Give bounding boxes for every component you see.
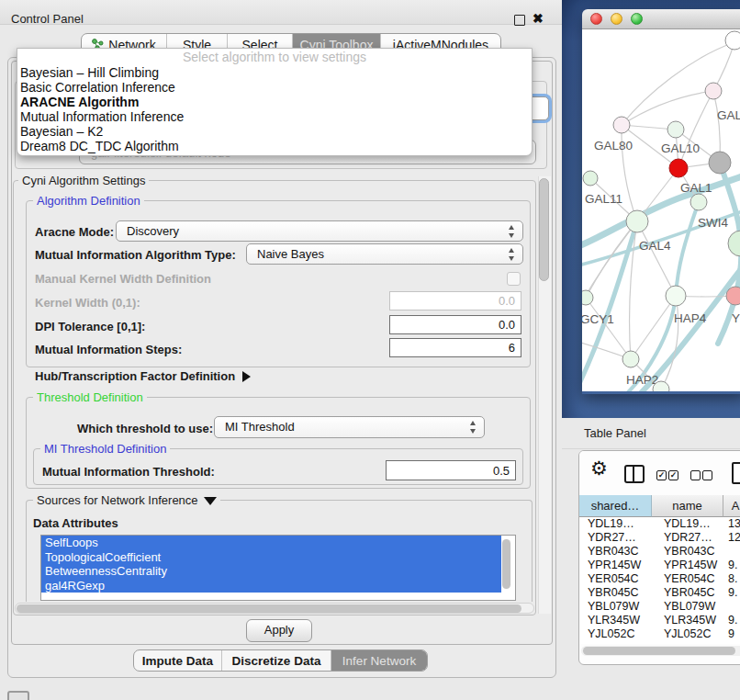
table-cell[interactable]: 8.	[723, 572, 740, 586]
table-cell[interactable]: 9.	[723, 559, 740, 572]
table-cell[interactable]: 9	[723, 627, 740, 641]
tab-infer-network-label: Infer Network	[342, 654, 416, 668]
column-header-next[interactable]: A	[723, 495, 740, 517]
list-item[interactable]: BetweennessCentrality	[41, 564, 501, 579]
settings-vscrollbar-thumb[interactable]	[539, 178, 549, 281]
network-node[interactable]	[582, 290, 593, 305]
network-node[interactable]	[705, 83, 722, 99]
dropdown-item[interactable]: ARACNE Algorithm	[17, 95, 532, 109]
manual-kernel-checkbox[interactable]	[507, 272, 521, 286]
table-cell[interactable]: YDR27…	[652, 531, 723, 545]
network-node[interactable]	[613, 117, 630, 133]
dropdown-item[interactable]: Bayesian – K2	[17, 124, 532, 139]
dropdown-item[interactable]: Bayesian – Hill Climbing	[17, 65, 532, 80]
document-icon[interactable]	[732, 462, 740, 484]
table-cell[interactable]: YJL052C	[579, 627, 652, 641]
deselect-all-icon[interactable]	[690, 470, 701, 480]
apply-button[interactable]: Apply	[246, 619, 312, 642]
network-node[interactable]	[583, 171, 598, 186]
table-cell[interactable]: YPR145W	[579, 559, 652, 572]
network-view-canvas[interactable]: GALGAL80GAL10GAL1GAL11SWI4GAL4HAP4YGCY1H…	[582, 29, 740, 391]
table-cell[interactable]: YBR045C	[652, 586, 723, 600]
float-panel-icon[interactable]	[514, 15, 525, 26]
network-node[interactable]	[690, 194, 707, 210]
list-item[interactable]: gal4RGexp	[41, 579, 501, 593]
mi-type-combo[interactable]: Naive Bayes	[246, 243, 523, 265]
list-item[interactable]: TopologicalCoefficient	[41, 550, 501, 565]
hub-definition-toggle[interactable]: Hub/Transcription Factor Definition	[35, 369, 251, 383]
network-node[interactable]	[626, 210, 648, 232]
kernel-width-input[interactable]: 0.0	[389, 291, 521, 310]
close-icon[interactable]: ✖	[533, 10, 544, 27]
sources-title-wrap[interactable]: Sources for Network Inference	[33, 493, 220, 507]
close-traffic-light[interactable]	[590, 13, 602, 25]
which-threshold-combo[interactable]: MI Threshold	[214, 416, 485, 438]
column-header-name[interactable]: name	[652, 495, 723, 517]
table-cell[interactable]: YDL19…	[579, 517, 652, 531]
table-cell[interactable]	[723, 600, 740, 614]
table-cell[interactable]: YLR345W	[579, 614, 652, 627]
settings-hscrollbar-thumb[interactable]	[17, 604, 521, 613]
data-attributes-list[interactable]: SelfLoopsTopologicalCoefficientBetweenne…	[40, 535, 516, 601]
deselect-all-icon[interactable]	[702, 470, 712, 480]
network-node[interactable]	[622, 351, 639, 367]
table-row[interactable]: YJL052CYJL052C9	[579, 627, 740, 641]
table-row[interactable]: YER054CYER054C8.	[579, 572, 740, 586]
select-all-icon[interactable]: ✓	[656, 470, 667, 480]
network-node[interactable]	[725, 31, 740, 50]
table-cell[interactable]: YBL079W	[579, 600, 652, 614]
dropdown-item[interactable]: Mutual Information Inference	[17, 109, 532, 124]
network-node[interactable]	[667, 121, 684, 138]
table-cell[interactable]: YLR345W	[652, 614, 723, 627]
mi-steps-input[interactable]: 6	[389, 338, 521, 357]
dropdown-item[interactable]: Basic Correlation Inference	[17, 80, 532, 95]
table-cell[interactable]: YJL052C	[652, 627, 723, 641]
network-node[interactable]	[669, 159, 688, 177]
control-panel-titlebar	[0, 0, 562, 25]
table-cell[interactable]: YBR045C	[579, 586, 652, 600]
gear-icon[interactable]: ⚙	[590, 457, 608, 480]
list-scrollbar-thumb[interactable]	[502, 539, 510, 589]
table-cell[interactable]: YBL079W	[652, 600, 723, 614]
table-row[interactable]: YLR345WYLR345W9.	[579, 614, 740, 627]
table-cell[interactable]	[723, 545, 740, 559]
zoom-traffic-light[interactable]	[631, 13, 643, 25]
table-cell[interactable]: YDL19…	[652, 517, 723, 531]
select-all-icon[interactable]: ✓	[668, 470, 678, 480]
table-cell[interactable]: YDR27…	[579, 531, 652, 545]
table-cell[interactable]: 9.	[723, 614, 740, 627]
table-row[interactable]: YDL19…YDL19…13	[579, 517, 740, 531]
table-cell[interactable]: YPR145W	[652, 559, 723, 572]
dropdown-item[interactable]: Dream8 DC_TDC Algorithm	[17, 139, 532, 153]
network-node[interactable]	[666, 286, 686, 306]
network-node[interactable]	[726, 287, 740, 305]
table-row[interactable]: YPR145WYPR145W9.	[579, 559, 740, 572]
network-node[interactable]	[728, 231, 740, 256]
network-window-titlebar[interactable]	[582, 9, 740, 29]
columns-icon[interactable]	[624, 465, 645, 483]
table-hscrollbar-thumb[interactable]	[583, 647, 735, 655]
table-row[interactable]: YBR045CYBR045C9.	[579, 586, 740, 600]
minimize-traffic-light[interactable]	[611, 13, 622, 25]
tab-infer-network[interactable]: Infer Network	[331, 650, 427, 671]
dpi-tolerance-input[interactable]: 0.0	[389, 315, 521, 334]
table-cell[interactable]: YER054C	[579, 572, 652, 586]
table-cell[interactable]: 12	[723, 531, 740, 545]
table-cell[interactable]: YBR043C	[579, 545, 652, 559]
table-cell[interactable]: 13	[723, 517, 740, 531]
network-node[interactable]	[709, 152, 731, 174]
table-row[interactable]: YBL079WYBL079W	[579, 600, 740, 614]
tab-impute-data[interactable]: Impute Data	[134, 650, 221, 671]
list-item[interactable]: SelfLoops	[41, 536, 501, 550]
tab-discretize-data[interactable]: Discretize Data	[221, 650, 331, 671]
table-cell[interactable]: YER054C	[652, 572, 723, 586]
table-cell[interactable]: YBR043C	[652, 545, 723, 559]
mi-threshold-label: Mutual Information Threshold:	[42, 465, 215, 479]
aracne-mode-combo[interactable]: Discovery	[116, 220, 523, 242]
table-cell[interactable]: 9.	[723, 586, 740, 600]
table-row[interactable]: YDR27…YDR27…12	[579, 531, 740, 545]
minimized-panel-icon[interactable]	[7, 691, 29, 700]
column-header-shared-name[interactable]: shared…	[579, 495, 652, 517]
table-row[interactable]: YBR043CYBR043C	[579, 545, 740, 559]
mi-threshold-input[interactable]: 0.5	[386, 460, 516, 480]
